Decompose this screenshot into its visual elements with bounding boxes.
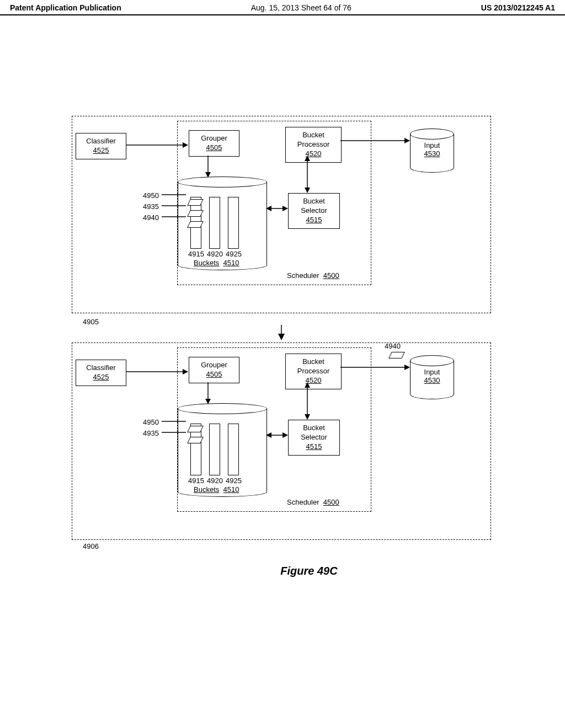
svg-marker-16 — [278, 334, 285, 340]
ref-4935-b: 4935 — [143, 429, 159, 437]
svg-marker-28 — [404, 365, 410, 370]
grouper-id: 4505 — [195, 143, 233, 153]
input-id: 4530 — [411, 149, 454, 158]
hdr-center: Aug. 15, 2013 Sheet 64 of 76 — [251, 3, 351, 12]
bucket-processor-label: Bucket Processor — [291, 131, 335, 149]
svg-marker-24 — [282, 432, 288, 438]
grouper-label: Grouper — [195, 134, 233, 143]
svg-marker-21 — [305, 414, 310, 420]
svg-marker-11 — [404, 138, 410, 143]
scheduler-box: Grouper 4505 Bucket Processor 4520 Bucke… — [177, 121, 371, 285]
ref-4950: 4950 — [143, 191, 159, 200]
hdr-left: Patent Application Publication — [10, 3, 121, 12]
buckets-id: 4510 — [223, 259, 239, 267]
hdr-right: US 2013/0212245 A1 — [481, 3, 555, 12]
ref-4905: 4905 — [83, 318, 502, 326]
classifier-label: Classifier — [82, 137, 120, 146]
buckets-cylinder-b: 4915 4920 4925 Buckets 4510 — [178, 403, 266, 497]
slot1-id: 4915 — [188, 250, 204, 258]
scheduler-id: 4500 — [323, 271, 339, 280]
ref-4906: 4906 — [83, 542, 502, 550]
input-label: Input — [411, 141, 454, 149]
bucket-processor-id: 4520 — [291, 149, 335, 159]
slot2-id: 4920 — [207, 250, 223, 258]
scheduler-label: Scheduler — [287, 271, 319, 280]
bucket-processor-box: Bucket Processor 4520 — [285, 127, 342, 163]
bucket-selector-box: Bucket Selector 4515 — [288, 193, 340, 229]
bucket-selector-box-b: Bucket Selector 4515 — [288, 420, 340, 456]
input-cylinder-b: Input 4530 — [410, 355, 453, 392]
bucket-processor-box-b: Bucket Processor 4520 — [285, 354, 342, 389]
classifier-id: 4525 — [82, 146, 120, 156]
svg-marker-4 — [305, 188, 310, 193]
svg-marker-7 — [282, 206, 288, 211]
ref-4940-b: 4940 — [385, 342, 401, 350]
stage-4906: Classifier 4525 Grouper 4505 Bucket Proc… — [72, 342, 491, 540]
ref-4950-b: 4950 — [143, 418, 159, 426]
figure-caption: Figure 49C — [127, 565, 491, 577]
bucket-selector-id: 4515 — [294, 216, 334, 225]
ref-4940: 4940 — [143, 213, 159, 222]
bucket-selector-label: Bucket Selector — [294, 197, 334, 216]
grouper-box: Grouper 4505 — [189, 130, 239, 157]
grouper-box-b: Grouper 4505 — [189, 357, 239, 383]
bucket-slot-4920 — [209, 197, 220, 249]
item-4940-flying-icon — [388, 352, 405, 358]
figure-49c: Classifier 4525 Grouper 4505 Bucket Proc… — [72, 116, 491, 577]
slot3-id: 4925 — [226, 250, 242, 258]
stage-4905: Classifier 4525 Grouper 4505 Bucket Proc… — [72, 116, 491, 313]
ref-4935: 4935 — [143, 202, 159, 211]
bucket-slot-4925 — [228, 197, 239, 249]
input-cylinder: Input 4530 — [410, 129, 453, 165]
scheduler-box-b: Grouper 4505 Bucket Processor 4520 Bucke… — [177, 347, 371, 512]
classifier-box-b: Classifier 4525 — [76, 360, 126, 386]
buckets-label: Buckets — [194, 259, 219, 267]
classifier-box: Classifier 4525 — [76, 133, 126, 159]
buckets-cylinder: 4915 4920 4925 Buckets 4510 — [178, 176, 266, 270]
